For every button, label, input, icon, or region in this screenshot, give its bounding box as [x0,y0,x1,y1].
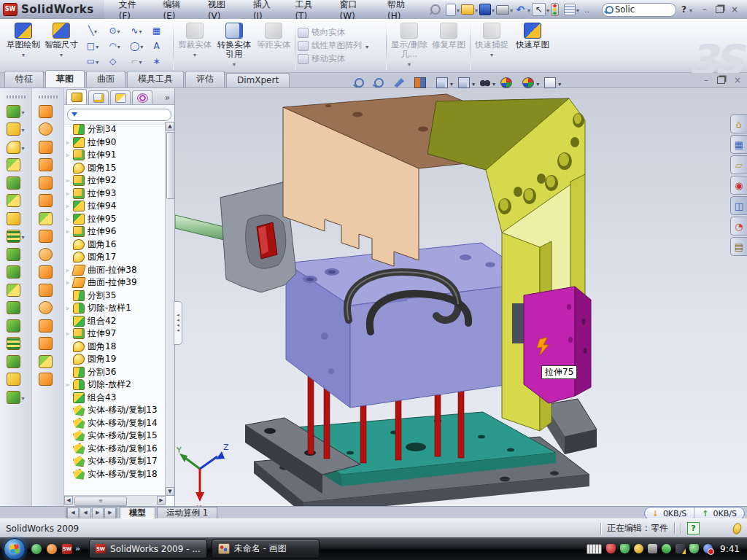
pin-icon[interactable] [430,4,444,15]
expand-icon[interactable] [66,139,73,146]
dropdown-icon[interactable] [471,78,475,88]
solidworks-resources-tab[interactable]: ⌂ [730,114,747,133]
antivirus-alert-icon[interactable] [606,544,616,553]
dropdown-icon[interactable] [535,78,539,88]
filter-input[interactable] [67,109,171,121]
apply-scene-icon[interactable] [522,77,539,88]
rebuild-traffic-light-icon[interactable] [551,3,562,16]
messenger-quicklaunch-icon[interactable] [31,544,42,554]
dropdown-icon[interactable] [456,4,460,15]
spline-feature-tool[interactable] [7,391,24,404]
revolved-boss-tool[interactable] [7,176,24,190]
tree-item[interactable]: 分割34 [64,123,166,136]
sketch-fillet-tool-icon[interactable]: ⌐ [125,53,147,69]
offset-entities-button[interactable]: 等距实体 [255,19,293,72]
open-button[interactable] [461,4,478,15]
selection-grid-icon[interactable]: ▦ [147,23,169,38]
part-sprue-assembly[interactable] [175,182,296,292]
appearances-scenes-tab[interactable]: ◔ [730,217,747,236]
file-explorer-tab[interactable]: ▱ [730,155,747,174]
tree-item[interactable]: 实体-移动/复制18 [64,468,166,481]
design-library-tab[interactable]: ▦ [730,135,747,154]
display-delete-relations-button[interactable]: 显示/删除几... [389,19,430,72]
defender-icon[interactable] [689,544,699,553]
tree-horizontal-scrollbar[interactable]: ◀ ≡ ▶ [64,495,166,506]
zoom-to-fit-icon[interactable] [355,78,369,88]
surface-flatten-tool[interactable] [39,212,56,225]
certificate-icon[interactable] [634,544,643,553]
select-cursor-button[interactable]: ↖ [532,3,549,16]
mirror-entities-button[interactable]: 镜向实体 [298,27,384,38]
replace-face-tool[interactable] [39,319,56,332]
section-view-icon[interactable] [414,77,431,88]
doc-restore-button[interactable] [717,77,725,84]
tree-item[interactable]: 分割35 [64,289,166,303]
move-entities-button[interactable]: 移动实体 [298,53,384,64]
offset-surface-tool[interactable] [39,284,56,297]
tree-item[interactable]: 拉伸91 [64,149,166,162]
tree-item[interactable]: 拉伸96 [64,225,166,238]
tree-item[interactable]: 拉伸92 [64,174,166,187]
options-button[interactable] [564,4,579,15]
tree-item[interactable]: 组合42 [64,315,166,328]
security-center-icon[interactable] [620,544,630,553]
tree-item[interactable]: 实体-移动/复制16 [64,443,166,456]
dropdown-icon[interactable] [20,142,24,152]
tree-item[interactable]: 拉伸93 [64,187,166,201]
solidworks-quicklaunch-icon[interactable]: SW [62,544,72,554]
edit-appearance-icon[interactable] [500,77,517,88]
parting-line-tool[interactable] [39,122,56,136]
expand-icon[interactable] [66,228,73,235]
graphics-viewport[interactable]: Y Z X 拉伸75 ◂◂◂◂ ⌂▦▱◉◫◔▤ [175,88,747,506]
rapid-sketch-button[interactable]: 快速草图 [514,19,551,72]
last-tab-icon[interactable]: ▶ [104,508,117,518]
ribbon-tab[interactable]: 曲面 [86,71,125,88]
scroll-right-icon[interactable]: ▶ [157,496,166,505]
helix-tool[interactable] [7,355,24,368]
shut-off-surface-tool[interactable] [39,141,56,154]
tree-item[interactable]: 圆角19 [64,353,166,366]
ruled-surface-tool[interactable] [39,337,56,350]
tree-item[interactable]: 圆角15 [64,162,166,175]
solidworks-search-tab[interactable]: ◉ [730,176,747,195]
chamfer-tool[interactable] [7,158,24,171]
dropdown-icon[interactable] [474,4,478,15]
tooling-split-tool[interactable] [39,176,56,190]
propertymanager-tab[interactable] [88,90,109,104]
expand-icon[interactable] [66,177,73,184]
shell-tool[interactable] [7,284,24,297]
mold-folder-tool[interactable] [39,105,56,118]
prev-tab-icon[interactable]: ◀ [80,508,91,518]
hole-wizard-tool[interactable] [7,212,24,225]
scroll-thumb[interactable] [166,132,175,199]
spline-tool-icon[interactable]: ∿ [125,23,147,38]
tree-item[interactable]: 实体-移动/复制15 [64,429,166,443]
dropdown-icon[interactable] [492,78,495,88]
quick-launch-overflow-icon[interactable]: » [75,544,80,553]
help-button[interactable]: ? [681,4,686,15]
hscroll-thumb[interactable]: ≡ [74,497,127,506]
model-tab[interactable]: 模型 [120,507,155,519]
quick-tip-icon[interactable] [732,521,743,535]
swept-boss-tool[interactable] [7,194,24,207]
first-tab-icon[interactable]: ◀ [66,508,79,518]
dropdown-icon[interactable] [527,4,530,15]
dropdown-icon[interactable] [20,124,24,134]
curve-tool[interactable] [7,337,24,350]
ribbon-tab[interactable]: 特征 [4,71,44,88]
filled-surface-tool[interactable] [39,265,56,279]
extruded-cut-tool[interactable] [7,122,24,136]
dome-tool[interactable] [7,319,24,332]
tree-item[interactable]: 拉伸94 [64,200,166,213]
dropdown-icon[interactable] [509,4,513,15]
expand-icon[interactable] [66,381,73,388]
toolbar-overflow-icon[interactable]: ‥ [581,4,597,15]
dropdown-icon[interactable] [20,106,24,117]
tree-item[interactable]: 实体-移动/复制17 [64,455,166,468]
tree-item[interactable]: 曲面-拉伸39 [64,276,166,289]
dropdown-icon[interactable] [449,78,453,88]
delete-face-tool[interactable] [39,301,56,314]
circle-tool-icon[interactable]: ⊙ [104,23,125,38]
point-tool-icon[interactable]: ∗ [147,53,169,69]
draft-tool[interactable] [7,265,24,279]
